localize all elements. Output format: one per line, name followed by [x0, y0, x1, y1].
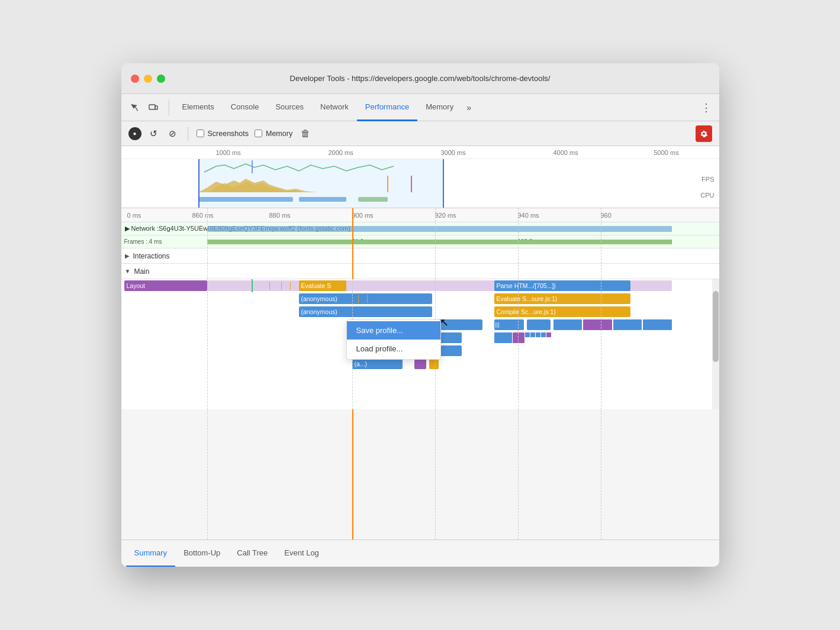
- micro-blocks-row4: [494, 332, 672, 343]
- anon-block-2[interactable]: (anonymous): [299, 306, 432, 317]
- evaluate-s2-block[interactable]: Evaluate S...sure.js:1): [494, 293, 630, 304]
- yellow-small: [429, 358, 439, 369]
- frames-label: Frames :.4 ms: [124, 235, 162, 248]
- ruler-tick-2000: 2000 ms: [329, 149, 353, 156]
- content-area: 0 ms 860 ms 880 ms 900 ms 920 ms 940 ms …: [121, 208, 719, 539]
- inspect-icon[interactable]: [126, 99, 143, 116]
- tab-icons: [126, 99, 169, 116]
- v-dashed-1: [207, 279, 208, 409]
- anon-block-1[interactable]: (anonymous): [299, 293, 432, 304]
- screenshots-checkbox[interactable]: [197, 130, 204, 137]
- maximize-button[interactable]: [157, 75, 165, 83]
- detail-tick-920ms: 920 ms: [435, 212, 456, 219]
- screenshots-label[interactable]: Screenshots: [208, 130, 249, 138]
- a-block[interactable]: (a...): [352, 358, 403, 369]
- memory-label[interactable]: Memory: [266, 130, 292, 138]
- window-title: Developer Tools - https://developers.goo…: [290, 74, 551, 83]
- main-row-header[interactable]: ▼ Main: [121, 264, 719, 279]
- detail-tick-860ms: 860 ms: [192, 212, 214, 219]
- tab-bar: Elements Console Sources Network Perform…: [121, 94, 719, 121]
- purple-small: [414, 358, 426, 369]
- flame-row-0: Layout Evaluate S Parse HTM.../[705...]): [121, 279, 719, 292]
- yellow-tick-1: [269, 282, 270, 290]
- devtools-menu-button[interactable]: ⋮: [698, 99, 715, 116]
- memory-checkbox-group: Memory: [255, 130, 292, 138]
- tab-sources[interactable]: Sources: [267, 94, 312, 121]
- close-button[interactable]: [131, 75, 139, 83]
- device-toggle-icon[interactable]: [145, 99, 162, 116]
- fps-label: FPS: [701, 176, 714, 183]
- timeline-overview[interactable]: 1000 ms 2000 ms 3000 ms 4000 ms 5000 ms: [121, 146, 719, 208]
- settings-button[interactable]: [696, 125, 712, 142]
- interactions-label: Interactions: [133, 252, 170, 260]
- cpu-label: CPU: [700, 192, 714, 199]
- main-label: Main: [134, 267, 149, 276]
- timeline-canvas[interactable]: FPS CPU NET: [121, 159, 719, 208]
- screenshots-checkbox-group: Screenshots: [197, 130, 249, 138]
- ruler-tick-3000: 3000 ms: [441, 149, 466, 156]
- tab-summary[interactable]: Summary: [126, 540, 176, 567]
- scrollbar[interactable]: [712, 279, 719, 409]
- yellow-tick-4: [358, 295, 359, 303]
- tab-call-tree[interactable]: Call Tree: [228, 540, 276, 567]
- green-tick-1: [252, 279, 253, 292]
- frames-bar: [207, 240, 672, 244]
- selection-overlay: [198, 159, 444, 208]
- flame-row-2: (anonymous) Compile Sc...ure.js:1): [121, 305, 719, 318]
- flame-row-1: (anonymous) Evaluate S...sure.js:1): [121, 292, 719, 305]
- svg-rect-0: [149, 105, 155, 109]
- timeline-scroll-area[interactable]: 0 ms 860 ms 880 ms 900 ms 920 ms 940 ms …: [121, 208, 719, 539]
- layout-block[interactable]: Layout: [124, 280, 207, 291]
- interactions-row[interactable]: ▶ Interactions: [121, 248, 719, 264]
- tab-memory[interactable]: Memory: [417, 94, 462, 121]
- yellow-tick-5: [367, 295, 368, 303]
- detail-tick-0ms: 0 ms: [127, 212, 141, 219]
- network-detail-row[interactable]: ▶ Network :S6g4U3t-Y5UEw0IE80IIgEseQY3FE…: [121, 222, 719, 235]
- minimize-button[interactable]: [144, 75, 152, 83]
- tab-console[interactable]: Console: [223, 94, 268, 121]
- compile-block[interactable]: Compile Sc...ure.js:1): [494, 306, 630, 317]
- timeline-ruler: 1000 ms 2000 ms 3000 ms 4000 ms 5000 ms: [121, 146, 719, 159]
- clear-button[interactable]: 🗑: [301, 128, 310, 139]
- tab-bottom-up[interactable]: Bottom-Up: [175, 540, 228, 567]
- reload-button[interactable]: ↺: [147, 127, 160, 140]
- toolbar-separator: [188, 127, 188, 141]
- stop-button[interactable]: ⊘: [166, 127, 179, 140]
- tab-elements[interactable]: Elements: [174, 94, 223, 121]
- context-menu: Save profile... Load profile...: [346, 319, 441, 360]
- evaluate-s-block[interactable]: Evaluate S: [299, 280, 346, 291]
- devtools-window: Developer Tools - https://developers.goo…: [121, 63, 719, 567]
- interactions-triangle: ▶: [125, 253, 130, 259]
- bottom-tabs: Summary Bottom-Up Call Tree Event Log: [121, 539, 719, 567]
- tab-network[interactable]: Network: [312, 94, 357, 121]
- flame-chart[interactable]: Layout Evaluate S Parse HTM.../[705...]): [121, 279, 719, 409]
- detail-tick-900ms: 900 ms: [352, 212, 374, 219]
- title-bar: Developer Tools - https://developers.goo…: [121, 63, 719, 94]
- scrollbar-thumb[interactable]: [713, 291, 719, 362]
- frames-row: Frames :.4 ms 31.0 ms 100.0 ms: [121, 235, 719, 248]
- detail-tick-880ms: 880 ms: [269, 212, 291, 219]
- save-profile-item[interactable]: Save profile...: [347, 321, 440, 340]
- traffic-lights: [131, 75, 165, 83]
- ruler-tick-4000: 4000 ms: [553, 149, 578, 156]
- ruler-tick-1000: 1000 ms: [216, 149, 241, 156]
- performance-toolbar: ● ↺ ⊘ Screenshots Memory 🗑: [121, 121, 719, 146]
- ruler-tick-5000: 5000 ms: [654, 149, 679, 156]
- load-profile-item[interactable]: Load profile...: [347, 340, 440, 358]
- detail-tick-940ms: 940 ms: [518, 212, 539, 219]
- svg-rect-1: [155, 106, 157, 109]
- memory-checkbox[interactable]: [255, 130, 262, 137]
- v-dashed-5: [601, 279, 601, 409]
- main-triangle: ▼: [125, 268, 131, 274]
- tab-performance[interactable]: Performance: [357, 94, 417, 121]
- more-tabs-button[interactable]: »: [462, 103, 476, 112]
- detail-ruler: 0 ms 860 ms 880 ms 900 ms 920 ms 940 ms …: [121, 208, 719, 222]
- record-button[interactable]: ●: [128, 127, 141, 140]
- tab-event-log[interactable]: Event Log: [276, 540, 327, 567]
- right-blocks-row3: |||: [494, 319, 672, 330]
- detail-tick-960ms: 960: [601, 212, 612, 219]
- parse-htm-block[interactable]: Parse HTM.../[705...]): [494, 280, 630, 291]
- network-bar: [207, 226, 672, 232]
- yellow-tick-3: [290, 282, 291, 290]
- yellow-tick-2: [281, 282, 282, 290]
